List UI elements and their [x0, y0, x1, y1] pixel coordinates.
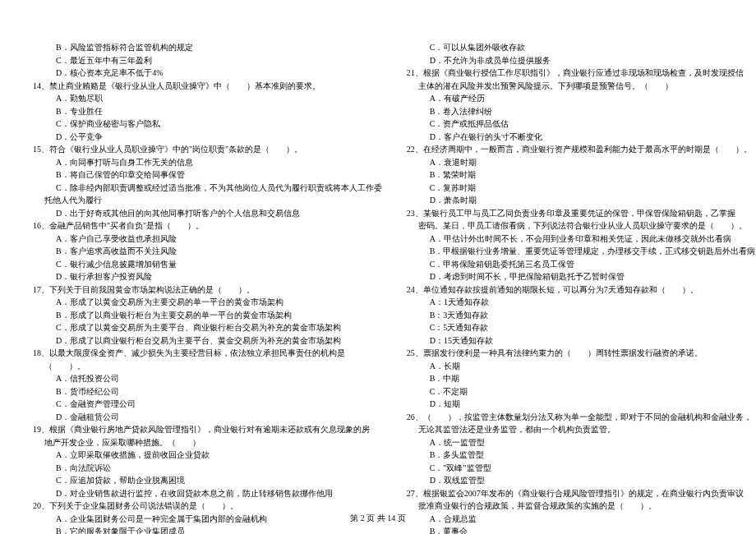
text-line: C．可以从集团外吸收存款: [407, 41, 756, 54]
text-line: 21、根据《商业银行授信工作尽职指引》，商业银行应通过非现场和现场检查，及时发现…: [407, 67, 756, 80]
text-line: C．"双峰"监管型: [407, 462, 756, 475]
text-line: C．不定期: [407, 385, 756, 398]
text-line: 17、下列关于目前我国黄金市场架构说法正确的是（ ）。: [33, 283, 382, 297]
text-line: D．双线监管型: [407, 474, 756, 487]
text-line: C．资产或抵押品低估: [407, 117, 756, 131]
text-line: C．应追加贷款，帮助企业脱离困境: [33, 474, 382, 487]
text-line: 23、某银行员工甲与员工乙同负责业务印章及重要凭证的保管，甲保管保险箱钥匙，乙掌…: [407, 207, 756, 220]
text-line: 16、金融产品销售中"买者自负"是指（ ）。: [33, 219, 382, 232]
text-line: A．客户自己享受收益也承担风险: [33, 232, 382, 246]
text-line: C．银行减少信息披露增加销售量: [33, 258, 382, 271]
text-line: B．专业胜任: [33, 105, 382, 118]
text-line: B：3天通知存款: [407, 309, 756, 322]
text-line: D．萧条时期: [407, 194, 756, 207]
text-line: D．金融租赁公司: [33, 411, 382, 424]
text-line: A．长期: [407, 360, 756, 373]
text-line: C．除非经内部职责调整或经过适当批准，不为其他岗位人员代为履行职责或将本人工作委: [33, 182, 382, 195]
text-line: A．信托投资公司: [33, 372, 382, 385]
text-line: 14、禁止商业贿赂是《银行业从业人员职业操守》中（ ）基本准则的要求。: [33, 80, 382, 93]
text-line: C．复苏时期: [407, 182, 756, 195]
text-line: D．对企业销售款进行监控，在收回贷款本息之前，防止转移销售款挪作他用: [33, 487, 382, 500]
text-line: （ ）。: [33, 360, 382, 373]
text-line: A．甲估计外出时间不长，不会用到业务印章和相关凭证，因此未做移交就外出看病: [407, 232, 756, 246]
text-line: B．繁荣时期: [407, 168, 756, 182]
text-line: 无论其监管法还是业务监管，都由一个机构负责监管。: [407, 423, 756, 436]
text-line: A：1天通知存款: [407, 296, 756, 309]
text-line: B．形成了以商业银行柜台为主要交易的单一平台的黄金市场架构: [33, 309, 382, 322]
text-line: 20、下列关于企业集团财务公司说法错误的是（ ）。: [33, 499, 382, 513]
text-line: D．短期: [407, 398, 756, 411]
text-line: 地产开发企业，应采取哪种措施。（ ）: [33, 436, 382, 449]
text-line: D．客户在银行的头寸不断变化: [407, 131, 756, 144]
left-column: B．风险监管指标符合监管机构的规定C．最近五年中有三年盈利D．核心资本充足率不低…: [33, 41, 382, 501]
text-line: 密码。某日，甲员工请假看病，下列说法符合银行业从业人员职业操守要求的是（ ）。: [407, 219, 756, 232]
text-line: 25、票据发行便利是一种具有法律约束力的（ ）周转性票据发行融资的承诺。: [407, 347, 756, 360]
text-line: D．银行承担客户投资风险: [33, 270, 382, 283]
text-line: C．形成了以黄金交易所为主要平台、商业银行柜台交易为补充的黄金市场架构: [33, 321, 382, 334]
text-line: C．保护商业秘密与客户隐私: [33, 117, 382, 131]
text-line: B．中期: [407, 372, 756, 385]
text-line: B．向法院诉讼: [33, 462, 382, 475]
text-line: D．公平竞争: [33, 131, 382, 144]
text-line: B．多头监管型: [407, 449, 756, 462]
content-columns: B．风险监管指标符合监管机构的规定C．最近五年中有三年盈利D．核心资本充足率不低…: [33, 41, 723, 501]
text-line: 主体的潜在风险并发出预警风险提示。下列哪项是预警信号。（ ）: [407, 80, 756, 93]
text-line: A．向同事打听与自身工作无关的信息: [33, 156, 382, 169]
text-line: B．它的服务对象限于企业集团成员: [33, 525, 382, 534]
text-line: D．不允许为非成员单位提供服务: [407, 54, 756, 67]
text-line: 27、根据银监会2007年发布的《商业银行合规风险管理指引》的规定，在商业银行内…: [407, 487, 756, 500]
page-footer: 第 2 页 共 14 页: [0, 513, 756, 524]
text-line: A．勤勉尽职: [33, 92, 382, 105]
text-line: C．最近五年中有三年盈利: [33, 54, 382, 67]
text-line: C．金融资产管理公司: [33, 398, 382, 411]
text-line: D．核心资本充足率不低于4%: [33, 67, 382, 80]
text-line: B．风险监管指标符合监管机构的规定: [33, 41, 382, 54]
text-line: 15、符合《银行业从业人员职业操守》中的"岗位职责"条款的是（ ）。: [33, 143, 382, 156]
text-line: D．考虑到时间不长，甲把保险箱钥匙托予乙暂时保管: [407, 270, 756, 283]
text-line: A．统一监管型: [407, 436, 756, 449]
text-line: D．出于好奇或其他目的向其他同事打听客户的个人信息和交易信息: [33, 207, 382, 220]
text-line: C：5天通知存款: [407, 321, 756, 334]
text-line: 22、在经济周期中，一般而言，商业银行资产规模和盈利能力处于最高水平的时期是（ …: [407, 143, 756, 156]
text-line: 18、以最大限度保全资产、减少损失为主要经营目标，依法独立承担民事责任的机构是: [33, 347, 382, 360]
text-line: B．客户追求高收益而不关注风险: [33, 245, 382, 258]
text-line: 19、根据《商业银行房地产贷款风险管理指引》，商业银行对有逾期未还款或有欠息现象…: [33, 423, 382, 436]
text-line: A．有破产经历: [407, 92, 756, 105]
text-line: B．将自己保管的印章交给同事保管: [33, 168, 382, 182]
text-line: 托他人代为履行: [33, 194, 382, 207]
text-line: B．甲根据银行业务增量、重要凭证等管理规定，办理移交手续，正式移交钥匙后外出看病: [407, 245, 756, 258]
text-line: 26、（ ），按监管主体数量划分法又称为单一全能型，即对于不同的金融机构和金融业…: [407, 411, 756, 424]
text-line: D．形成了以商业银行柜台交易为主要平台、黄金交易所为补充的黄金市场架构: [33, 334, 382, 348]
text-line: A．形成了以黄金交易所为主要交易的单一平台的黄金市场架构: [33, 296, 382, 309]
text-line: 批准商业银行的合规政策，并监督合规政策的实施的是（ ）。: [407, 499, 756, 513]
right-column: C．可以从集团外吸收存款D．不允许为非成员单位提供服务21、根据《商业银行授信工…: [407, 41, 756, 501]
text-line: A．立即采取催收措施，提前收回企业贷款: [33, 449, 382, 462]
text-line: B．董事会: [407, 525, 756, 534]
text-line: 24、单位通知存款按提前通知的期限长短，可以再分为7天通知存款和（ ）。: [407, 283, 756, 297]
text-line: B．卷入法律纠纷: [407, 105, 756, 118]
text-line: A．衰退时期: [407, 156, 756, 169]
text-line: B．货币经纪公司: [33, 385, 382, 398]
text-line: D：15天通知存款: [407, 334, 756, 348]
text-line: C．甲将保险箱钥匙委托第三名员工保管: [407, 258, 756, 271]
